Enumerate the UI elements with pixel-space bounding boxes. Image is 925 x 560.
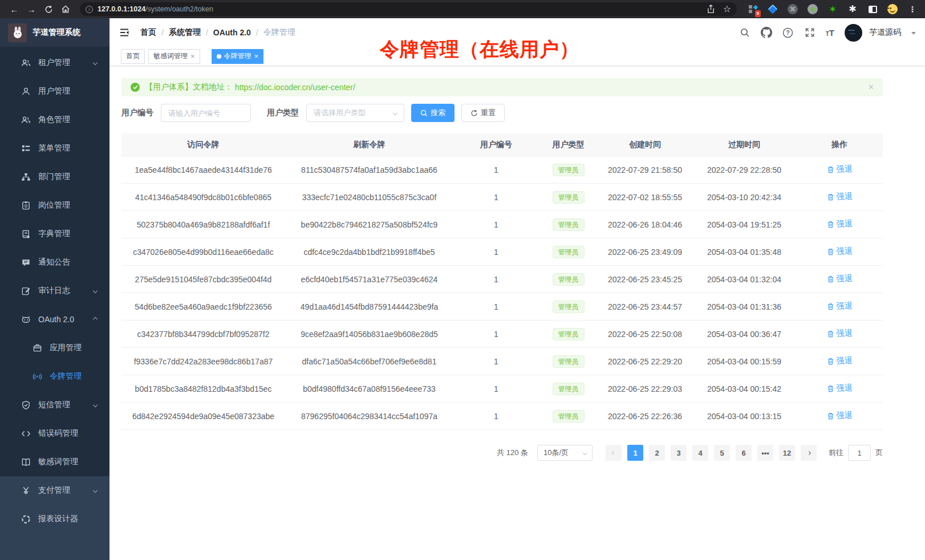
next-page-button[interactable] xyxy=(801,445,817,461)
extension-emoji-icon[interactable] xyxy=(887,3,898,15)
bookmark-star-icon[interactable]: ☆ xyxy=(723,5,731,14)
close-icon[interactable]: × xyxy=(190,52,195,60)
page-button-6[interactable]: 6 xyxy=(736,445,752,461)
user-id-cell: 1 xyxy=(453,302,539,311)
action-cell: 强退 xyxy=(796,328,883,339)
token-signal-icon xyxy=(33,372,42,382)
url-text[interactable]: 127.0.0.1:1024/system/oauth2/token xyxy=(98,5,213,13)
user-id-label: 用户编号 xyxy=(121,108,153,118)
sidebar-item-tenant[interactable]: 租户管理 xyxy=(0,48,109,77)
oauth-robot-icon xyxy=(21,315,31,324)
close-icon[interactable]: × xyxy=(254,52,259,60)
sidebar-item-menu[interactable]: 菜单管理 xyxy=(0,134,109,163)
force-logout-button[interactable]: 强退 xyxy=(827,356,853,366)
avatar[interactable] xyxy=(845,24,862,42)
page-button-3[interactable]: 3 xyxy=(671,445,687,461)
sidebar-item-app-manage[interactable]: 应用管理 xyxy=(0,334,109,362)
force-logout-button[interactable]: 强退 xyxy=(827,383,853,393)
user-type-label: 用户类型 xyxy=(267,108,299,118)
sidebar-item-sensitive-word[interactable]: 敏感词管理 xyxy=(0,448,109,476)
force-logout-button[interactable]: 强退 xyxy=(827,328,853,339)
refresh-token-cell: e6cfd40eb1f54571a31e775e039c4624 xyxy=(285,275,453,284)
force-logout-button[interactable]: 强退 xyxy=(827,301,853,311)
home-icon[interactable] xyxy=(58,2,73,16)
sidebar-item-user[interactable]: 用户管理 xyxy=(0,77,109,105)
navbar-actions: ? TT 芋道源码 xyxy=(739,24,916,42)
expire-time-cell: 2054-03-04 00:13:15 xyxy=(692,412,796,421)
extension-star-icon[interactable]: ✶ xyxy=(827,3,838,15)
share-icon[interactable] xyxy=(707,5,715,14)
tab-token-manage[interactable]: 令牌管理 × xyxy=(212,49,264,64)
alert-close-icon[interactable]: × xyxy=(869,83,874,92)
prev-page-button[interactable] xyxy=(606,445,622,461)
extension-grid-icon[interactable]: 9 xyxy=(747,3,758,15)
tab-home[interactable]: 首页 xyxy=(121,49,145,64)
force-logout-button[interactable]: 强退 xyxy=(827,192,853,202)
audit-log-icon xyxy=(21,286,31,296)
sidebar-item-post[interactable]: 岗位管理 xyxy=(0,191,109,220)
page-button-1[interactable]: 1 xyxy=(627,445,643,461)
doc-link[interactable]: https://doc.iocoder.cn/user-center/ xyxy=(235,83,355,92)
force-logout-button[interactable]: 强退 xyxy=(827,274,853,284)
github-icon[interactable] xyxy=(761,27,772,38)
extension-split-icon[interactable] xyxy=(867,3,878,15)
breadcrumb-home[interactable]: 首页 xyxy=(140,27,156,38)
sidebar-item-error-code[interactable]: 错误码管理 xyxy=(0,419,109,448)
table-row: b0d1785bc3a8482f812db4a3f3bd15ec b0df498… xyxy=(121,375,883,403)
report-designer-icon xyxy=(21,514,31,524)
access-token-cell: b0d1785bc3a8482f812db4a3f3bd15ec xyxy=(121,384,285,393)
forward-icon[interactable]: → xyxy=(24,2,39,16)
user-type-select[interactable]: 请选择用户类型 xyxy=(306,104,404,122)
sidebar-item-role[interactable]: 角色管理 xyxy=(0,105,109,134)
page-size-select[interactable]: 10条/页 xyxy=(537,445,593,461)
caret-down-icon[interactable] xyxy=(911,32,916,35)
trash-icon xyxy=(827,358,834,365)
extension-command-icon[interactable]: ⌘ xyxy=(787,3,798,15)
font-size-icon[interactable]: TT xyxy=(826,28,834,38)
page-button-2[interactable]: 2 xyxy=(649,445,665,461)
goto-page-input[interactable] xyxy=(848,445,871,461)
sidebar-item-dict[interactable]: 字典管理 xyxy=(0,220,109,248)
dept-tree-icon xyxy=(21,172,31,182)
reset-button[interactable]: 重置 xyxy=(461,104,505,122)
kebab-menu-icon[interactable]: ⋮ xyxy=(907,3,918,15)
chevron-down-icon xyxy=(93,488,98,493)
sidebar-item-token-manage[interactable]: 令牌管理 xyxy=(0,362,109,391)
search-button[interactable]: 搜索 xyxy=(411,104,455,122)
sidebar-item-audit-log[interactable]: 审计日志 xyxy=(0,277,109,305)
tenant-people-icon xyxy=(21,58,31,68)
sidebar-item-notice[interactable]: 通知公告 xyxy=(0,248,109,277)
back-icon[interactable]: ← xyxy=(7,2,22,16)
force-logout-button[interactable]: 强退 xyxy=(827,164,853,175)
sidebar-item-oauth[interactable]: OAuth 2.0 xyxy=(0,305,109,334)
sidebar-item-report-designer[interactable]: 报表设计器 xyxy=(0,505,109,533)
action-cell: 强退 xyxy=(796,164,883,175)
extension-pinwheel-icon[interactable]: ✱ xyxy=(847,3,858,15)
extension-gem-icon[interactable] xyxy=(767,3,778,15)
page-button-12[interactable]: 12 xyxy=(779,445,795,461)
extension-proxy-icon[interactable] xyxy=(807,3,818,15)
address-bar[interactable]: i 127.0.0.1:1024/system/oauth2/token ☆ xyxy=(80,2,737,16)
sidebar-item-dept[interactable]: 部门管理 xyxy=(0,163,109,191)
sidebar-item-pay[interactable]: 支付管理 xyxy=(0,476,109,505)
force-logout-button[interactable]: 强退 xyxy=(827,246,853,257)
force-logout-button[interactable]: 强退 xyxy=(827,411,853,421)
page-button-5[interactable]: 5 xyxy=(714,445,730,461)
user-id-cell: 1 xyxy=(453,247,539,257)
force-logout-button[interactable]: 强退 xyxy=(827,219,853,229)
search-icon[interactable] xyxy=(739,27,750,38)
reload-icon[interactable] xyxy=(41,2,56,16)
hamburger-icon[interactable] xyxy=(119,27,130,38)
page-ellipsis[interactable]: ••• xyxy=(757,445,773,461)
help-icon[interactable]: ? xyxy=(782,27,794,38)
site-info-icon[interactable]: i xyxy=(86,6,93,13)
table-row: 6d842e2924594de9a09e45e087323abe 8796295… xyxy=(121,403,883,430)
user-name[interactable]: 芋道源码 xyxy=(869,27,901,38)
fullscreen-icon[interactable] xyxy=(804,27,816,38)
page-button-4[interactable]: 4 xyxy=(692,445,708,461)
user-id-input[interactable] xyxy=(161,104,251,122)
tab-sensitive-word[interactable]: 敏感词管理 × xyxy=(148,49,200,64)
logo-bar[interactable]: 芋道管理系统 xyxy=(0,18,109,47)
sensitive-book-icon xyxy=(21,457,31,467)
sidebar-item-sms[interactable]: 短信管理 xyxy=(0,391,109,419)
